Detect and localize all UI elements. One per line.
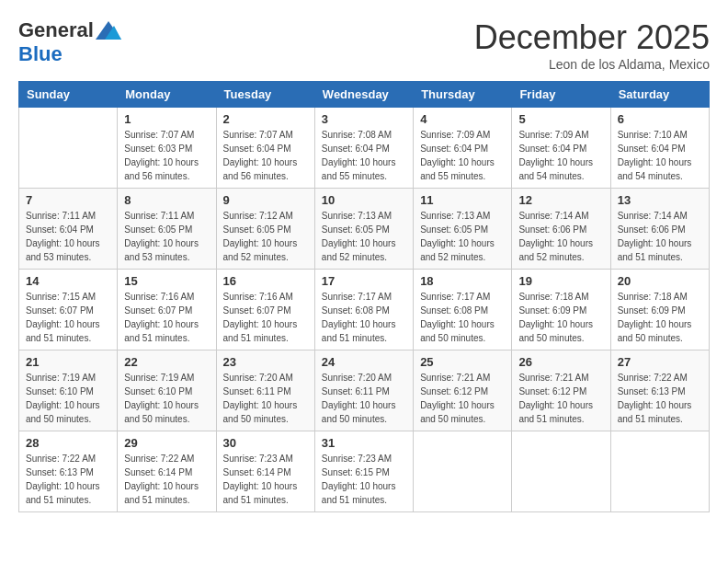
day-number: 2 [223,112,308,126]
day-number: 24 [322,355,406,369]
calendar-day: 27 Sunrise: 7:22 AMSunset: 6:13 PMDaylig… [610,350,709,431]
calendar-day: 7 Sunrise: 7:11 AMSunset: 6:04 PMDayligh… [19,189,118,270]
day-number: 23 [223,355,308,369]
day-number: 6 [618,112,702,126]
day-info: Sunrise: 7:16 AMSunset: 6:07 PMDaylight:… [124,290,209,345]
calendar-day [19,108,118,189]
day-info: Sunrise: 7:21 AMSunset: 6:12 PMDaylight:… [420,371,505,426]
day-info: Sunrise: 7:21 AMSunset: 6:12 PMDaylight:… [518,371,603,426]
day-number: 7 [26,193,110,207]
day-info: Sunrise: 7:14 AMSunset: 6:06 PMDaylight:… [618,209,702,264]
day-info: Sunrise: 7:15 AMSunset: 6:07 PMDaylight:… [26,290,110,345]
day-number: 1 [124,112,209,126]
calendar-day: 26 Sunrise: 7:21 AMSunset: 6:12 PMDaylig… [512,350,610,431]
day-header-friday: Friday [512,82,610,108]
calendar-day: 4 Sunrise: 7:09 AMSunset: 6:04 PMDayligh… [414,108,512,189]
day-header-thursday: Thursday [414,82,512,108]
calendar-day: 2 Sunrise: 7:07 AMSunset: 6:04 PMDayligh… [216,108,314,189]
calendar-day: 12 Sunrise: 7:14 AMSunset: 6:06 PMDaylig… [512,189,610,270]
calendar-day: 30 Sunrise: 7:23 AMSunset: 6:14 PMDaylig… [216,431,314,512]
calendar-week-0: 1 Sunrise: 7:07 AMSunset: 6:03 PMDayligh… [19,108,710,189]
day-number: 21 [26,355,110,369]
day-header-monday: Monday [118,82,216,108]
day-number: 20 [618,274,702,288]
day-number: 11 [420,193,505,207]
day-info: Sunrise: 7:18 AMSunset: 6:09 PMDaylight:… [518,290,603,345]
day-header-sunday: Sunday [19,82,118,108]
day-number: 28 [26,436,110,450]
day-number: 13 [618,193,702,207]
day-header-tuesday: Tuesday [216,82,314,108]
calendar-day: 28 Sunrise: 7:22 AMSunset: 6:13 PMDaylig… [19,431,118,512]
day-info: Sunrise: 7:23 AMSunset: 6:14 PMDaylight:… [223,452,308,507]
day-number: 10 [322,193,406,207]
day-number: 17 [322,274,406,288]
day-number: 19 [518,274,603,288]
calendar-table: SundayMondayTuesdayWednesdayThursdayFrid… [18,81,710,512]
day-info: Sunrise: 7:20 AMSunset: 6:11 PMDaylight:… [223,371,308,426]
day-info: Sunrise: 7:07 AMSunset: 6:04 PMDaylight:… [223,128,308,183]
calendar-day: 18 Sunrise: 7:17 AMSunset: 6:08 PMDaylig… [414,270,512,350]
day-info: Sunrise: 7:18 AMSunset: 6:09 PMDaylight:… [618,290,702,345]
day-info: Sunrise: 7:19 AMSunset: 6:10 PMDaylight:… [124,371,209,426]
calendar-day: 1 Sunrise: 7:07 AMSunset: 6:03 PMDayligh… [118,108,216,189]
day-number: 18 [420,274,505,288]
calendar-day: 3 Sunrise: 7:08 AMSunset: 6:04 PMDayligh… [314,108,413,189]
day-number: 29 [124,436,209,450]
calendar-day: 6 Sunrise: 7:10 AMSunset: 6:04 PMDayligh… [610,108,709,189]
day-info: Sunrise: 7:17 AMSunset: 6:08 PMDaylight:… [420,290,505,345]
month-title: December 2025 [474,18,710,57]
calendar-day: 23 Sunrise: 7:20 AMSunset: 6:11 PMDaylig… [216,350,314,431]
calendar-day: 24 Sunrise: 7:20 AMSunset: 6:11 PMDaylig… [314,350,413,431]
calendar-day: 11 Sunrise: 7:13 AMSunset: 6:05 PMDaylig… [414,189,512,270]
calendar-day: 16 Sunrise: 7:16 AMSunset: 6:07 PMDaylig… [216,270,314,350]
day-number: 3 [322,112,406,126]
calendar-day: 29 Sunrise: 7:22 AMSunset: 6:14 PMDaylig… [118,431,216,512]
day-info: Sunrise: 7:07 AMSunset: 6:03 PMDaylight:… [124,128,209,183]
calendar-header-row: SundayMondayTuesdayWednesdayThursdayFrid… [19,82,710,108]
calendar-day: 5 Sunrise: 7:09 AMSunset: 6:04 PMDayligh… [512,108,610,189]
day-info: Sunrise: 7:14 AMSunset: 6:06 PMDaylight:… [518,209,603,264]
day-info: Sunrise: 7:13 AMSunset: 6:05 PMDaylight:… [322,209,406,264]
calendar-day [610,431,709,512]
calendar-day: 25 Sunrise: 7:21 AMSunset: 6:12 PMDaylig… [414,350,512,431]
calendar-day: 15 Sunrise: 7:16 AMSunset: 6:07 PMDaylig… [118,270,216,350]
day-number: 9 [223,193,308,207]
day-number: 27 [618,355,702,369]
calendar-day: 31 Sunrise: 7:23 AMSunset: 6:15 PMDaylig… [314,431,413,512]
day-info: Sunrise: 7:11 AMSunset: 6:05 PMDaylight:… [124,209,209,264]
day-info: Sunrise: 7:20 AMSunset: 6:11 PMDaylight:… [322,371,406,426]
day-number: 31 [322,436,406,450]
day-number: 15 [124,274,209,288]
day-info: Sunrise: 7:22 AMSunset: 6:13 PMDaylight:… [26,452,110,507]
calendar-day: 14 Sunrise: 7:15 AMSunset: 6:07 PMDaylig… [19,270,118,350]
calendar-day: 19 Sunrise: 7:18 AMSunset: 6:09 PMDaylig… [512,270,610,350]
day-number: 4 [420,112,505,126]
day-info: Sunrise: 7:08 AMSunset: 6:04 PMDaylight:… [322,128,406,183]
calendar-week-4: 28 Sunrise: 7:22 AMSunset: 6:13 PMDaylig… [19,431,710,512]
day-number: 5 [518,112,603,126]
calendar-week-3: 21 Sunrise: 7:19 AMSunset: 6:10 PMDaylig… [19,350,710,431]
day-info: Sunrise: 7:16 AMSunset: 6:07 PMDaylight:… [223,290,308,345]
calendar-day: 20 Sunrise: 7:18 AMSunset: 6:09 PMDaylig… [610,270,709,350]
logo-blue-text: Blue [18,42,63,66]
calendar-day: 21 Sunrise: 7:19 AMSunset: 6:10 PMDaylig… [19,350,118,431]
day-info: Sunrise: 7:11 AMSunset: 6:04 PMDaylight:… [26,209,110,264]
day-info: Sunrise: 7:13 AMSunset: 6:05 PMDaylight:… [420,209,505,264]
calendar-day: 22 Sunrise: 7:19 AMSunset: 6:10 PMDaylig… [118,350,216,431]
day-number: 25 [420,355,505,369]
day-number: 8 [124,193,209,207]
calendar-day: 17 Sunrise: 7:17 AMSunset: 6:08 PMDaylig… [314,270,413,350]
logo-general-text: General [18,18,94,42]
location: Leon de los Aldama, Mexico [474,57,710,72]
calendar-day [512,431,610,512]
day-number: 16 [223,274,308,288]
day-info: Sunrise: 7:19 AMSunset: 6:10 PMDaylight:… [26,371,110,426]
day-info: Sunrise: 7:22 AMSunset: 6:14 PMDaylight:… [124,452,209,507]
day-header-saturday: Saturday [610,82,709,108]
day-number: 30 [223,436,308,450]
calendar-day: 9 Sunrise: 7:12 AMSunset: 6:05 PMDayligh… [216,189,314,270]
day-info: Sunrise: 7:12 AMSunset: 6:05 PMDaylight:… [223,209,308,264]
calendar-day: 10 Sunrise: 7:13 AMSunset: 6:05 PMDaylig… [314,189,413,270]
day-info: Sunrise: 7:22 AMSunset: 6:13 PMDaylight:… [618,371,702,426]
